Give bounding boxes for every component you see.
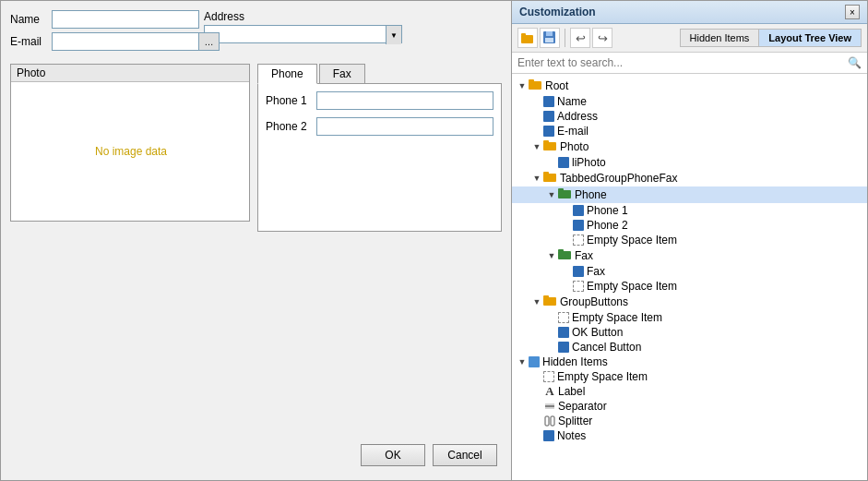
- open-icon[interactable]: [517, 28, 538, 48]
- tree-toggle[interactable]: ▼: [530, 172, 543, 185]
- left-panel: Name Address ▼ E-mail … Photo No image d…: [0, 0, 512, 481]
- tree-toggle[interactable]: ▼: [545, 188, 558, 201]
- folder-green-icon: [558, 248, 573, 263]
- box-dotted-icon: [558, 312, 569, 323]
- tree-toggle[interactable]: ▼: [530, 295, 543, 308]
- search-bar: 🔍: [512, 53, 867, 74]
- tree-item[interactable]: ▼ Photo: [512, 138, 867, 155]
- tree-item-label: Photo: [560, 140, 589, 153]
- tree-item-label: Fax: [587, 265, 605, 278]
- tab-layout-tree-view[interactable]: Layout Tree View: [759, 30, 861, 46]
- svg-rect-8: [543, 140, 549, 143]
- undo-icon[interactable]: ↩: [570, 28, 590, 48]
- tree-item-label: Notes: [557, 429, 586, 442]
- tree-item[interactable]: A Label: [512, 384, 867, 399]
- svg-rect-14: [558, 249, 564, 252]
- tree-toggle[interactable]: ▼: [530, 140, 543, 153]
- cancel-button[interactable]: Cancel: [433, 444, 497, 466]
- box-blue-icon: [558, 157, 569, 168]
- tab-fax[interactable]: Fax: [319, 64, 365, 83]
- box-dotted-icon: [573, 281, 584, 292]
- splitter-icon: [543, 415, 556, 427]
- tree-item[interactable]: Phone 2: [512, 218, 867, 233]
- address-label: Address: [204, 10, 402, 23]
- ellipsis-icon: …: [205, 37, 214, 47]
- redo-icon[interactable]: ↪: [592, 28, 612, 48]
- address-combo-btn[interactable]: ▼: [386, 26, 401, 44]
- tab-bar: Phone Fax: [257, 64, 502, 84]
- tree-item-label: E-mail: [557, 125, 589, 138]
- tree-item-label: Phone 1: [587, 204, 628, 217]
- tree-item-label: liPhoto: [572, 156, 606, 169]
- svg-rect-9: [543, 174, 556, 182]
- tree-item[interactable]: ▼ GroupButtons: [512, 294, 867, 310]
- tree-item-label: TabbedGroupPhoneFax: [560, 172, 677, 185]
- tree-toggle[interactable]: ▼: [516, 355, 529, 368]
- tab-phone[interactable]: Phone: [257, 64, 317, 84]
- address-group: Address ▼: [204, 10, 402, 43]
- close-icon: ×: [850, 7, 855, 18]
- save-icon[interactable]: [540, 28, 560, 48]
- tree-item[interactable]: ▼ Hidden Items: [512, 355, 867, 369]
- tree-item-label: Phone 2: [587, 219, 628, 232]
- tree-item[interactable]: ▼ TabbedGroupPhoneFax: [512, 170, 867, 186]
- tree-item[interactable]: Phone 1: [512, 203, 867, 218]
- tree-item[interactable]: OK Button: [512, 325, 867, 340]
- svg-rect-1: [521, 33, 526, 36]
- phone2-row: Phone 2: [266, 117, 493, 136]
- svg-rect-13: [558, 251, 571, 259]
- tree-item-label: Separator: [558, 400, 607, 413]
- name-input[interactable]: [52, 10, 199, 29]
- folder-yellow-icon: [543, 295, 558, 309]
- tree-item[interactable]: Separator: [512, 399, 867, 414]
- tree-item[interactable]: Empty Space Item: [512, 369, 867, 384]
- tree-toggle[interactable]: ▼: [516, 79, 529, 92]
- tree-item[interactable]: ▼ Phone: [512, 186, 867, 203]
- tree-item[interactable]: Notes: [512, 428, 867, 443]
- phone2-label: Phone 2: [266, 120, 316, 133]
- tabbed-group: Phone Fax Phone 1 Phone 2: [257, 64, 502, 232]
- photo-header: Photo: [11, 65, 249, 82]
- tree-item-label: Name: [557, 95, 587, 108]
- tree-item-label: GroupButtons: [560, 295, 628, 308]
- letter-a-icon: A: [543, 385, 556, 398]
- svg-rect-21: [551, 416, 554, 426]
- svg-rect-15: [543, 297, 556, 306]
- tree-item-label: Phone: [575, 188, 607, 201]
- box-blue-icon: [558, 342, 569, 353]
- folder-yellow-icon: [543, 171, 558, 186]
- tree-item[interactable]: Empty Space Item: [512, 233, 867, 247]
- email-more-button[interactable]: …: [199, 32, 220, 51]
- separator-icon: [543, 400, 556, 413]
- tree-view: ▼ Root Name Address E-mail ▼ Photo liPho…: [512, 74, 867, 480]
- tree-item-label: OK Button: [572, 326, 623, 339]
- tree-item[interactable]: Empty Space Item: [512, 279, 867, 294]
- tree-item[interactable]: Name: [512, 94, 867, 109]
- save-disk-icon: [543, 31, 556, 44]
- tree-toggle[interactable]: ▼: [545, 249, 558, 262]
- tab-content: Phone 1 Phone 2: [257, 84, 502, 232]
- tree-item[interactable]: ▼ Root: [512, 78, 867, 94]
- phone1-row: Phone 1: [266, 91, 493, 110]
- box-blue-light-icon: [529, 356, 540, 367]
- phone1-input[interactable]: [316, 91, 493, 110]
- email-label: E-mail: [10, 35, 52, 48]
- tree-item[interactable]: ▼ Fax: [512, 247, 867, 264]
- email-input[interactable]: [52, 32, 199, 51]
- search-input[interactable]: [517, 56, 848, 69]
- close-button[interactable]: ×: [845, 5, 860, 19]
- phone2-input[interactable]: [316, 117, 493, 136]
- tree-item[interactable]: Splitter: [512, 414, 867, 428]
- address-combo[interactable]: ▼: [204, 25, 402, 43]
- ok-button[interactable]: OK: [361, 444, 425, 466]
- tree-item-label: Empty Space Item: [572, 311, 662, 324]
- tree-item[interactable]: Cancel Button: [512, 340, 867, 355]
- tree-item[interactable]: Address: [512, 109, 867, 124]
- tree-item[interactable]: liPhoto: [512, 155, 867, 170]
- tree-item[interactable]: E-mail: [512, 124, 867, 138]
- tree-item[interactable]: Empty Space Item: [512, 310, 867, 325]
- chevron-down-icon: ▼: [390, 31, 398, 40]
- tree-item[interactable]: Fax: [512, 264, 867, 279]
- svg-rect-4: [545, 38, 553, 42]
- tab-hidden-items[interactable]: Hidden Items: [681, 30, 760, 46]
